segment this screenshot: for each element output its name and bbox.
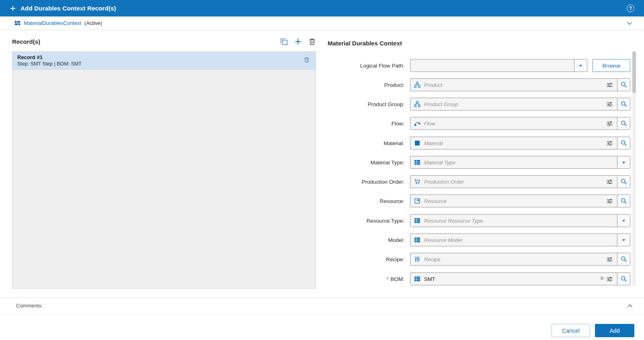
form-row-resource-type: Resource Type: [322, 214, 630, 227]
copy-records-button[interactable] [280, 38, 288, 45]
advanced-search-icon[interactable] [606, 120, 613, 127]
flow-icon [414, 120, 420, 127]
form-row-recipe: Recipe: [322, 253, 630, 266]
material-type-field[interactable] [410, 156, 630, 169]
recipe-field[interactable] [410, 253, 630, 266]
search-icon [621, 198, 627, 204]
product-group-input[interactable] [424, 98, 606, 110]
material-type-dropdown-button[interactable] [617, 156, 630, 168]
resource-input[interactable] [424, 195, 606, 207]
product-group-field[interactable] [410, 98, 630, 111]
search-icon [621, 82, 627, 88]
material-search-button[interactable] [617, 137, 630, 149]
comments-label: Comments: [16, 303, 43, 309]
chevron-up-icon[interactable] [627, 303, 633, 309]
dialog-titlebar: Add Durables Context Record(s) ? [0, 0, 644, 16]
recipe-icon [414, 256, 420, 262]
model-field[interactable] [410, 233, 630, 246]
table-icon [414, 159, 420, 166]
form-row-material: Material: [322, 137, 630, 150]
add-icon [10, 5, 16, 12]
entity-icon [14, 20, 21, 26]
add-record-button[interactable] [294, 38, 302, 45]
material-field[interactable] [410, 137, 630, 150]
resource-search-button[interactable] [617, 195, 630, 207]
records-list: Record #1 Step: SMT Step | BOM: SMT [12, 51, 316, 289]
comments-section: Comments: [0, 297, 644, 314]
recipe-input[interactable] [424, 253, 606, 265]
resource-icon [414, 198, 420, 204]
advanced-search-icon[interactable] [606, 178, 613, 185]
advanced-search-icon[interactable] [606, 140, 613, 147]
cart-icon [414, 178, 420, 185]
copy-records-icon [280, 38, 288, 45]
resource-field[interactable] [410, 195, 630, 207]
production-order-input[interactable] [424, 176, 606, 188]
help-icon[interactable]: ? [627, 4, 634, 12]
product-input[interactable] [424, 79, 606, 91]
bom-field[interactable]: × [410, 272, 630, 285]
material-type-input[interactable] [424, 156, 617, 168]
form-row-flow: Flow: [322, 117, 630, 130]
trash-icon [308, 38, 316, 45]
field-label: Material: [322, 140, 410, 146]
browse-button[interactable]: Browse [593, 59, 630, 72]
search-icon [621, 276, 627, 282]
scrollbar-thumb[interactable] [632, 51, 636, 93]
field-label: Material Type: [322, 160, 410, 166]
entity-header: MaterialDurablesContext (Active) [0, 16, 644, 30]
field-label: Product: [322, 82, 410, 88]
entity-status: (Active) [84, 20, 102, 26]
bom-search-button[interactable] [617, 273, 630, 285]
chevron-down-icon[interactable] [626, 20, 633, 27]
flow-input[interactable] [424, 117, 606, 129]
logical-flow-path-field[interactable] [410, 59, 587, 72]
model-input[interactable] [424, 234, 617, 246]
delete-record-icon[interactable] [304, 57, 310, 63]
form-row-resource: Resource: [322, 195, 630, 207]
form-scrollbar[interactable] [632, 51, 636, 286]
delete-records-button[interactable] [308, 38, 316, 45]
dropdown-icon [621, 238, 626, 243]
form-row-product: Product: [322, 78, 630, 91]
resource-type-dropdown-button[interactable] [617, 215, 630, 227]
logical-flow-path-input[interactable] [414, 59, 574, 72]
clear-icon[interactable]: × [600, 275, 604, 282]
flow-field[interactable] [410, 117, 630, 130]
add-durables-context-dialog: Add Durables Context Record(s) ? Materia… [0, 0, 644, 340]
dialog-title: Add Durables Context Record(s) [21, 5, 116, 12]
resource-type-field[interactable] [410, 214, 630, 227]
field-label: Production Order: [322, 179, 410, 185]
advanced-search-icon[interactable] [606, 82, 613, 88]
advanced-search-icon[interactable] [606, 276, 613, 283]
material-input[interactable] [424, 137, 606, 149]
production-order-field[interactable] [410, 175, 630, 188]
add-record-icon [294, 38, 302, 45]
flow-search-button[interactable] [617, 117, 630, 129]
advanced-search-icon[interactable] [606, 101, 613, 108]
dropdown-icon [621, 160, 626, 165]
record-list-item[interactable]: Record #1 Step: SMT Step | BOM: SMT [12, 52, 316, 70]
product-search-button[interactable] [617, 79, 630, 91]
recipe-search-button[interactable] [617, 253, 630, 265]
resource-type-input[interactable] [424, 215, 617, 227]
production-order-search-button[interactable] [617, 176, 630, 188]
model-dropdown-button[interactable] [617, 234, 630, 246]
form-row-material-type: Material Type: [322, 156, 630, 169]
search-icon [621, 140, 627, 146]
table-icon [414, 217, 420, 224]
bom-input[interactable] [424, 273, 599, 285]
product-field[interactable] [410, 78, 630, 91]
product-group-search-button[interactable] [617, 98, 630, 110]
search-icon [621, 256, 627, 262]
advanced-search-icon[interactable] [606, 256, 613, 263]
add-button[interactable]: Add [595, 324, 634, 337]
cancel-button[interactable]: Cancel [552, 324, 590, 337]
field-label: Flow: [322, 121, 410, 127]
logical-flow-path-dropdown-button[interactable] [574, 59, 587, 72]
field-label: Resource: [322, 198, 410, 204]
advanced-search-icon[interactable] [606, 198, 613, 205]
field-label: Resource Type: [322, 218, 410, 224]
entity-link[interactable]: MaterialDurablesContext [24, 20, 81, 26]
product-hierarchy-icon [414, 82, 420, 88]
